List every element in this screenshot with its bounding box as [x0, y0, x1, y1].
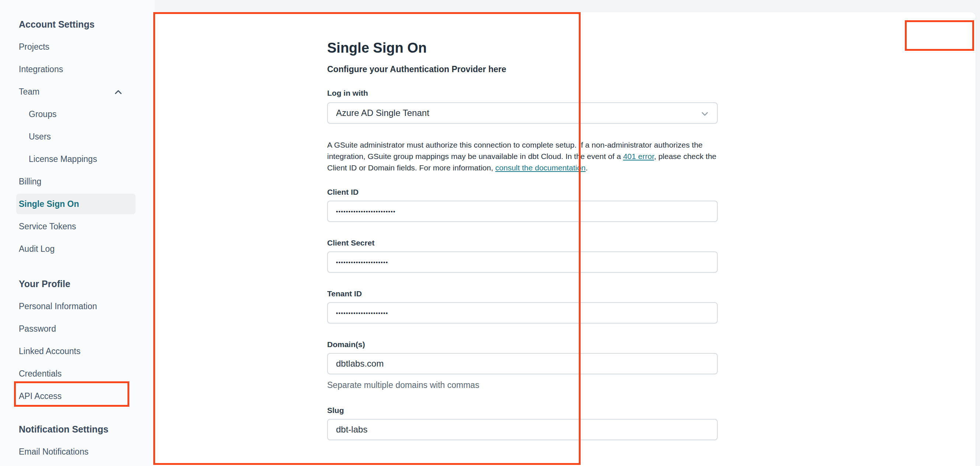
sidebar-item-service-tokens[interactable]: Service Tokens — [0, 216, 155, 238]
401-error-link[interactable]: 401 error — [623, 152, 654, 160]
slug-label: Slug — [327, 406, 718, 415]
sidebar-item-api-access[interactable]: API Access — [0, 385, 155, 407]
consult-documentation-link[interactable]: consult the documentation — [495, 163, 585, 172]
sso-form: Single Sign On Configure your Authentica… — [327, 40, 718, 440]
tenant-id-label: Tenant ID — [327, 289, 718, 298]
sidebar-item-audit-log[interactable]: Audit Log — [0, 238, 155, 260]
tenant-id-field[interactable] — [327, 302, 718, 323]
sidebar-item-license-mappings[interactable]: License Mappings — [0, 148, 155, 170]
client-id-field[interactable] — [327, 201, 718, 222]
page-title: Single Sign On — [327, 40, 718, 56]
login-with-selected-value: Azure AD Single Tenant — [336, 108, 429, 118]
sidebar-header-account-settings: Account Settings — [0, 13, 155, 36]
sidebar-item-email-notifications[interactable]: Email Notifications — [0, 441, 155, 463]
settings-sidebar: Account Settings Projects Integrations T… — [0, 0, 155, 466]
sidebar-header-notification-settings: Notification Settings — [0, 418, 155, 441]
page: { "colors": { "accent_teal": "#115c66", … — [0, 0, 980, 466]
sidebar-item-single-sign-on[interactable]: Single Sign On — [0, 193, 155, 216]
sidebar-item-projects[interactable]: Projects — [0, 36, 155, 58]
tenant-id-group: Tenant ID — [327, 289, 718, 323]
sidebar-item-password[interactable]: Password — [0, 318, 155, 340]
page-subtitle: Configure your Authentication Provider h… — [327, 64, 718, 74]
sidebar-item-users[interactable]: Users — [0, 125, 155, 148]
paragraph-text: . — [586, 163, 588, 172]
domains-field[interactable] — [327, 353, 718, 374]
sidebar-item-billing[interactable]: Billing — [0, 170, 155, 193]
sidebar-item-personal-information[interactable]: Personal Information — [0, 295, 155, 318]
slug-field[interactable] — [327, 419, 718, 440]
client-id-group: Client ID — [327, 187, 718, 222]
login-with-select[interactable]: Azure AD Single Tenant — [327, 102, 718, 124]
client-secret-field[interactable] — [327, 251, 718, 273]
client-secret-label: Client Secret — [327, 238, 718, 248]
sidebar-header-your-profile: Your Profile — [0, 273, 155, 295]
domains-helper-text: Separate multiple domains with commas — [327, 380, 718, 390]
sidebar-item-linked-accounts[interactable]: Linked Accounts — [0, 340, 155, 363]
chevron-up-icon[interactable] — [113, 87, 123, 99]
main-panel: Single Sign On Configure your Authentica… — [155, 12, 975, 466]
sidebar-item-integrations[interactable]: Integrations — [0, 58, 155, 81]
sidebar-item-team[interactable]: Team — [0, 81, 155, 103]
login-with-label: Log in with — [327, 88, 718, 98]
provider-info-paragraph: A GSuite administrator must authorize th… — [327, 139, 718, 173]
sidebar-item-credentials[interactable]: Credentials — [0, 363, 155, 385]
domains-group: Domain(s) Separate multiple domains with… — [327, 340, 718, 390]
sidebar-item-groups[interactable]: Groups — [0, 103, 155, 125]
domains-label: Domain(s) — [327, 340, 718, 349]
client-secret-group: Client Secret — [327, 238, 718, 273]
chevron-down-icon — [700, 109, 710, 121]
slug-group: Slug — [327, 406, 718, 440]
client-id-label: Client ID — [327, 187, 718, 197]
